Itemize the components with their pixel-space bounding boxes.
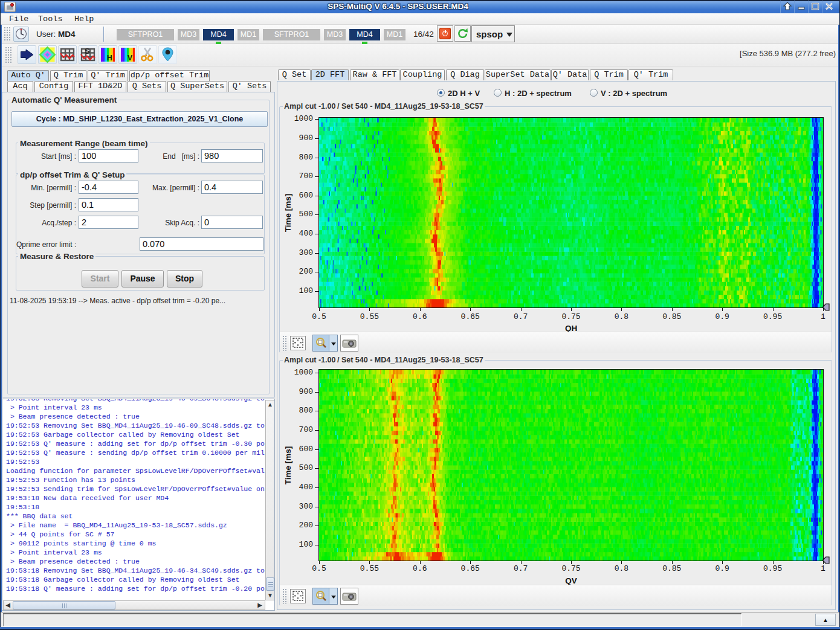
svg-text:H: H	[107, 54, 112, 62]
svg-text:V: V	[128, 54, 132, 62]
svg-text:S: S	[85, 47, 90, 56]
